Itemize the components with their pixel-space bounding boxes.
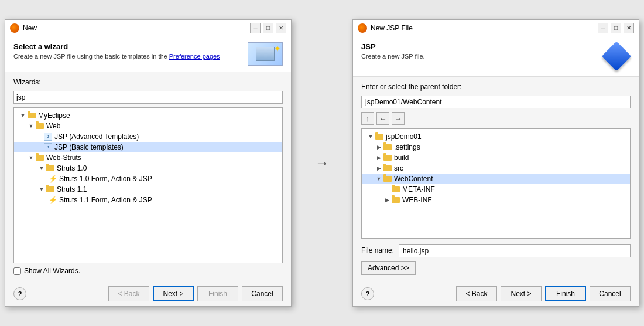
tree-item-struts11[interactable]: ▼ Struts 1.1 <box>14 184 282 195</box>
arrow-web-inf: ▶ <box>383 197 391 203</box>
tree-item-myeclipse[interactable]: ▼ MyEclipse <box>14 110 282 121</box>
titlebar-jsp-controls[interactable]: ─ □ ✕ <box>598 23 634 33</box>
dialog1-cancel-button[interactable]: Cancel <box>242 286 283 301</box>
dialog1-next-button[interactable]: Next > <box>153 286 194 301</box>
file-name-row: File name: <box>361 244 631 257</box>
dialog2-help-button[interactable]: ? <box>361 287 374 300</box>
folder-webcontent-icon <box>383 174 392 184</box>
jsp-folder-tree[interactable]: ▼ jspDemo01 ▶ .settings ▶ build <box>361 128 631 239</box>
tree-item-web-struts[interactable]: ▼ Web-Struts <box>14 152 282 163</box>
dialog2-header-text: JSP Create a new JSP file. <box>361 42 425 60</box>
tree-label-web: Web <box>46 122 60 130</box>
titlebar-left: New <box>10 23 37 33</box>
folder-build-icon <box>383 153 392 162</box>
wizard-tree[interactable]: ▼ MyEclipse ▼ Web J JSP (Advanced Templa… <box>13 107 283 263</box>
dialog2-title: New JSP File <box>371 24 413 32</box>
tree-label-struts11-form: Struts 1.1 Form, Action & JSP <box>59 196 152 204</box>
maximize-button[interactable]: □ <box>263 23 273 33</box>
jsp-basic-icon: J <box>43 142 53 152</box>
wizard-search-input[interactable] <box>13 91 283 104</box>
tree-item-settings[interactable]: ▶ .settings <box>362 142 630 152</box>
arrow-web-struts: ▼ <box>27 155 35 161</box>
tree-label-jspdemo01: jspDemo01 <box>386 133 422 141</box>
tree-item-jsp-basic[interactable]: J JSP (Basic templates) <box>14 142 282 152</box>
dialog1-description: Create a new JSP file using the basic te… <box>13 53 220 60</box>
show-all-label: Show All Wizards. <box>24 267 80 275</box>
dialog2-description: Create a new JSP file. <box>361 53 425 60</box>
dialog1-footer-buttons: < Back Next > Finish Cancel <box>108 286 283 301</box>
dialog1-header: Select a wizard Create a new JSP file us… <box>5 36 291 72</box>
tree-label-build: build <box>394 154 409 162</box>
tree-label-webcontent: WebContent <box>394 175 433 183</box>
header-image <box>248 42 283 66</box>
advanced-button[interactable]: Advanced >> <box>361 261 416 275</box>
eclipse-logo2-icon <box>358 23 367 33</box>
nav-back-button[interactable]: ← <box>376 112 389 125</box>
filename-label: File name: <box>361 246 394 254</box>
new-wizard-dialog: New ─ □ ✕ Select a wizard Create a new J… <box>5 19 292 307</box>
arrow-webcontent: ▼ <box>375 176 383 182</box>
jsp-advanced-icon: J <box>43 132 53 141</box>
tree-item-jspdemo01[interactable]: ▼ jspDemo01 <box>362 131 630 142</box>
preference-pages-link[interactable]: Preference pages <box>169 53 220 60</box>
titlebar-controls[interactable]: ─ □ ✕ <box>250 23 286 33</box>
tree-item-web[interactable]: ▼ Web <box>14 121 282 131</box>
maximize2-button[interactable]: □ <box>611 23 621 33</box>
dialog1-footer: ? < Back Next > Finish Cancel <box>5 281 291 306</box>
folder-myeclipse-icon <box>27 111 36 120</box>
jsp-header-icon <box>602 42 631 70</box>
struts11-form-icon: ⚡ <box>48 195 57 205</box>
nav-up-button[interactable]: ↑ <box>361 112 374 125</box>
arrow-myeclipse: ▼ <box>19 113 27 118</box>
tree-item-src[interactable]: ▶ src <box>362 163 630 174</box>
tree-item-struts10-form[interactable]: ⚡ Struts 1.0 Form, Action & JSP <box>14 174 282 184</box>
desktop: New ─ □ ✕ Select a wizard Create a new J… <box>0 0 644 326</box>
filename-input[interactable] <box>399 244 631 257</box>
close2-button[interactable]: ✕ <box>624 23 634 33</box>
tree-label-meta-inf: META-INF <box>402 185 435 193</box>
advanced-area: Advanced >> <box>361 261 631 275</box>
tree-item-jsp-advanced[interactable]: J JSP (Advanced Templates) <box>14 131 282 142</box>
dialog2-next-button[interactable]: Next > <box>501 286 542 301</box>
minimize2-button[interactable]: ─ <box>598 23 608 33</box>
close-button[interactable]: ✕ <box>276 23 286 33</box>
show-all-checkbox[interactable] <box>13 267 21 275</box>
show-all-area[interactable]: Show All Wizards. <box>13 267 283 275</box>
nav-forward-button[interactable]: → <box>392 112 405 125</box>
tree-item-web-inf[interactable]: ▶ WEB-INF <box>362 195 630 205</box>
tree-item-meta-inf[interactable]: META-INF <box>362 184 630 195</box>
dialog2-heading: JSP <box>361 42 425 51</box>
struts10-form-icon: ⚡ <box>48 174 57 184</box>
dialog-arrow: → <box>315 155 329 171</box>
tree-item-webcontent[interactable]: ▼ WebContent <box>362 174 630 184</box>
dialog2-footer-buttons: < Back Next > Finish Cancel <box>456 286 631 301</box>
folder-src-icon <box>383 164 392 173</box>
tree-item-build[interactable]: ▶ build <box>362 152 630 163</box>
arrow-build: ▶ <box>375 155 383 161</box>
folder-toolbar: ↑ ← → <box>361 112 631 125</box>
tree-label-jsp-advanced: JSP (Advanced Templates) <box>54 133 139 141</box>
minimize-button[interactable]: ─ <box>250 23 261 33</box>
dialog2-footer: ? < Back Next > Finish Cancel <box>353 281 639 306</box>
dialog1-finish-button[interactable]: Finish <box>197 286 238 301</box>
tree-label-struts10-form: Struts 1.0 Form, Action & JSP <box>59 175 152 183</box>
titlebar-jsp-left: New JSP File <box>358 23 413 33</box>
dialog2-finish-button[interactable]: Finish <box>545 286 586 301</box>
dialog1-help-button[interactable]: ? <box>13 287 26 300</box>
tree-item-struts10[interactable]: ▼ Struts 1.0 <box>14 163 282 174</box>
dialog2-back-button[interactable]: < Back <box>456 286 497 301</box>
tree-label-src: src <box>394 164 403 172</box>
folder-label: Enter or select the parent folder: <box>361 83 631 91</box>
dialog1-header-text: Select a wizard Create a new JSP file us… <box>13 42 220 60</box>
tree-label-web-struts: Web-Struts <box>46 154 81 162</box>
dialog1-back-button[interactable]: < Back <box>108 286 149 301</box>
tree-item-struts11-form[interactable]: ⚡ Struts 1.1 Form, Action & JSP <box>14 195 282 205</box>
arrow-struts11: ▼ <box>37 186 46 192</box>
folder-web-struts-icon <box>35 153 44 162</box>
wizards-label: Wizards: <box>13 78 283 86</box>
folder-jspdemo01-icon <box>375 132 384 141</box>
dialog2-cancel-button[interactable]: Cancel <box>590 286 631 301</box>
folder-settings-icon <box>383 142 392 152</box>
folder-path-input[interactable] <box>361 96 631 108</box>
folder-web-icon <box>35 121 44 131</box>
